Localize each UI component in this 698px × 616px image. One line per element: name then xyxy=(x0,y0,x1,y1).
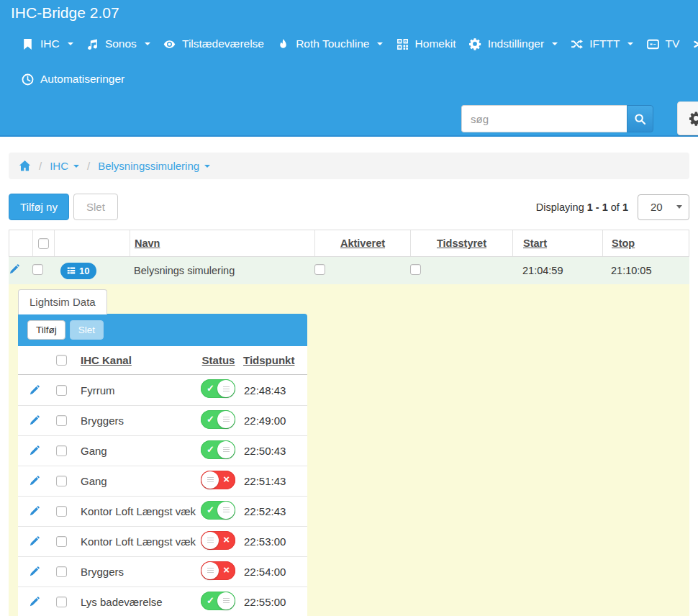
lightsim-row: Kontor Loft Længst væk × 22:53:00 xyxy=(18,526,307,556)
status-toggle[interactable]: × xyxy=(201,561,235,580)
edit-pencil-icon[interactable] xyxy=(29,445,40,456)
nav-item-roth-touchline[interactable]: Roth Touchline xyxy=(277,37,383,50)
column-header-ihc-kanal[interactable]: IHC Kanal xyxy=(81,354,132,366)
page-size-select[interactable]: 20 xyxy=(638,194,689,220)
lightsim-table: IHC Kanal Status Tidspunkt Fyrrum ✓ 22:4… xyxy=(18,346,307,616)
nav-item-label: IHC xyxy=(40,37,60,50)
edit-pencil-icon[interactable] xyxy=(29,385,40,396)
nav-row-1: IHCSonosTilstædeværelseRoth TouchlineHom… xyxy=(0,37,698,50)
ihc-kanal-name: Kontor Loft Længst væk xyxy=(72,505,198,517)
row-checkbox[interactable] xyxy=(32,264,43,275)
chevron-down-icon xyxy=(68,42,73,45)
lightsim-row: Gang × 22:51:43 xyxy=(18,466,307,496)
lightsim-delete-button[interactable]: Slet xyxy=(70,320,104,340)
nav-item-ifttt[interactable]: IFTTT xyxy=(571,37,633,50)
status-toggle[interactable]: × xyxy=(201,531,235,550)
app-title: IHC-Bridge 2.07 xyxy=(11,4,119,22)
music-icon xyxy=(86,38,99,50)
status-toggle[interactable]: ✓ xyxy=(201,410,235,429)
status-toggle[interactable]: ✓ xyxy=(201,592,235,610)
tidspunkt-value: 22:53:00 xyxy=(239,535,307,548)
homekit-icon xyxy=(396,38,409,50)
expand-count-badge[interactable]: 10 xyxy=(60,263,96,279)
list-icon xyxy=(67,266,76,275)
nav-item-indstillinger[interactable]: Indstillinger xyxy=(469,37,558,50)
nav-item-homekit[interactable]: Homekit xyxy=(396,37,456,50)
aktiveret-checkbox[interactable] xyxy=(314,264,325,275)
edit-pencil-icon[interactable] xyxy=(29,476,40,486)
nav-item-label: Homekit xyxy=(415,37,456,50)
toggle-knob xyxy=(217,380,235,397)
row-checkbox[interactable] xyxy=(56,566,67,577)
add-new-button[interactable]: Tilføj ny xyxy=(9,194,69,220)
row-checkbox[interactable] xyxy=(56,385,67,396)
chevron-down-icon xyxy=(676,205,682,209)
nav-item-ihc[interactable]: IHC xyxy=(22,37,73,50)
row-checkbox[interactable] xyxy=(56,506,67,517)
lightsim-select-all-checkbox[interactable] xyxy=(56,355,67,366)
row-checkbox[interactable] xyxy=(56,445,67,456)
ihc-kanal-name: Gang xyxy=(72,475,198,487)
edit-pencil-icon[interactable] xyxy=(9,264,19,275)
search-group xyxy=(461,105,653,132)
nav-item-tv[interactable]: TV xyxy=(647,37,680,50)
select-all-checkbox[interactable] xyxy=(38,238,49,249)
row-checkbox[interactable] xyxy=(56,597,67,607)
lightsim-row: Fyrrum ✓ 22:48:43 xyxy=(18,375,307,405)
edit-pencil-icon[interactable] xyxy=(29,415,40,426)
navbar: IHC-Bridge 2.07 IHCSonosTilstædeværelseR… xyxy=(0,0,698,137)
lightsim-row: Bryggers × 22:54:00 xyxy=(18,556,307,586)
nav-item-tilstaedevaerelse[interactable]: Tilstædeværelse xyxy=(163,37,264,50)
tidspunkt-value: 22:51:43 xyxy=(239,475,307,487)
displaying-text: Displaying 1 - 1 of 1 xyxy=(536,201,628,213)
status-toggle[interactable]: ✓ xyxy=(201,379,235,398)
nav-item-label: Automatiseringer xyxy=(40,73,124,86)
toggle-knob xyxy=(201,471,219,489)
toggle-knob xyxy=(201,532,219,549)
tidspunkt-value: 22:49:00 xyxy=(239,415,307,427)
column-header-aktiveret[interactable]: Aktiveret xyxy=(340,237,385,249)
settings-gear-button[interactable] xyxy=(677,101,698,135)
status-toggle[interactable]: ✓ xyxy=(201,440,235,459)
home-icon[interactable] xyxy=(19,160,31,172)
tab-lightsim-data[interactable]: Lightsim Data xyxy=(18,289,107,314)
nav-row-2: Automatiseringer xyxy=(22,73,124,86)
nav-item-sonos[interactable]: Sonos xyxy=(86,37,150,50)
row-checkbox[interactable] xyxy=(56,536,67,547)
column-header-navn[interactable]: Navn xyxy=(135,237,160,249)
lightsim-row: Lys badeværelse ✓ 22:55:00 xyxy=(18,586,307,616)
tidspunkt-value: 22:50:43 xyxy=(239,445,307,457)
toggle-knob xyxy=(217,411,235,428)
edit-pencil-icon[interactable] xyxy=(29,506,40,517)
edit-pencil-icon[interactable] xyxy=(29,536,40,547)
row-checkbox[interactable] xyxy=(56,415,67,426)
simulation-row: 10 Belysnings simulering 21:04:59 21:10:… xyxy=(9,257,689,284)
x-icon: × xyxy=(223,473,230,486)
delete-button[interactable]: Slet xyxy=(73,194,118,220)
nav-item-automatiseringer[interactable]: Automatiseringer xyxy=(22,73,124,86)
edit-pencil-icon[interactable] xyxy=(29,566,40,577)
breadcrumb-label: Belysningssimulering xyxy=(98,160,199,172)
column-header-stop[interactable]: Stop xyxy=(612,237,635,249)
check-icon: ✓ xyxy=(207,382,214,395)
tidsstyret-checkbox[interactable] xyxy=(410,264,421,275)
chevron-down-icon xyxy=(204,165,210,168)
status-toggle[interactable]: × xyxy=(201,471,235,489)
search-input[interactable] xyxy=(461,105,627,132)
row-checkbox[interactable] xyxy=(56,476,67,486)
status-toggle[interactable]: ✓ xyxy=(201,501,235,520)
breadcrumb-link-belysningssimulering[interactable]: Belysningssimulering xyxy=(98,160,210,172)
column-header-start[interactable]: Start xyxy=(523,237,547,249)
lightsim-add-button[interactable]: Tilføj xyxy=(27,320,65,340)
nav-item-te[interactable]: Te xyxy=(693,37,698,50)
edit-pencil-icon[interactable] xyxy=(29,597,40,607)
breadcrumb-link-ihc[interactable]: IHC xyxy=(50,160,79,172)
search-button[interactable] xyxy=(627,105,653,132)
column-header-status[interactable]: Status xyxy=(202,354,235,366)
chevron-down-icon xyxy=(73,165,79,168)
breadcrumb-separator: / xyxy=(87,160,90,172)
check-icon: ✓ xyxy=(207,443,214,456)
column-header-tidsstyret[interactable]: Tidsstyret xyxy=(437,237,486,249)
column-header-tidspunkt[interactable]: Tidspunkt xyxy=(243,354,294,366)
nav-item-label: Sonos xyxy=(105,37,137,50)
